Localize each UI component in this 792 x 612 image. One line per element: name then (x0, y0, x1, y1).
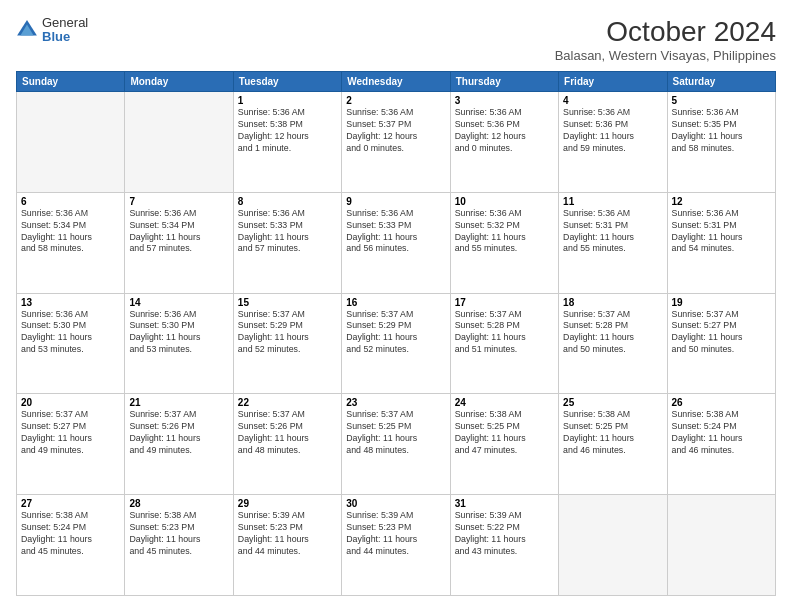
day-info: Sunrise: 5:38 AM Sunset: 5:25 PM Dayligh… (455, 409, 554, 457)
calendar-cell: 25Sunrise: 5:38 AM Sunset: 5:25 PM Dayli… (559, 394, 667, 495)
day-info: Sunrise: 5:38 AM Sunset: 5:23 PM Dayligh… (129, 510, 228, 558)
calendar-cell: 30Sunrise: 5:39 AM Sunset: 5:23 PM Dayli… (342, 495, 450, 596)
day-info: Sunrise: 5:37 AM Sunset: 5:25 PM Dayligh… (346, 409, 445, 457)
day-info: Sunrise: 5:36 AM Sunset: 5:32 PM Dayligh… (455, 208, 554, 256)
calendar-cell (559, 495, 667, 596)
calendar-week-row: 27Sunrise: 5:38 AM Sunset: 5:24 PM Dayli… (17, 495, 776, 596)
day-info: Sunrise: 5:37 AM Sunset: 5:28 PM Dayligh… (455, 309, 554, 357)
calendar-cell: 20Sunrise: 5:37 AM Sunset: 5:27 PM Dayli… (17, 394, 125, 495)
day-number: 7 (129, 196, 228, 207)
day-info: Sunrise: 5:38 AM Sunset: 5:25 PM Dayligh… (563, 409, 662, 457)
day-info: Sunrise: 5:37 AM Sunset: 5:26 PM Dayligh… (238, 409, 337, 457)
calendar-cell: 31Sunrise: 5:39 AM Sunset: 5:22 PM Dayli… (450, 495, 558, 596)
day-info: Sunrise: 5:39 AM Sunset: 5:23 PM Dayligh… (346, 510, 445, 558)
logo-icon (16, 19, 38, 41)
calendar-week-row: 13Sunrise: 5:36 AM Sunset: 5:30 PM Dayli… (17, 293, 776, 394)
calendar-cell: 8Sunrise: 5:36 AM Sunset: 5:33 PM Daylig… (233, 192, 341, 293)
day-info: Sunrise: 5:37 AM Sunset: 5:26 PM Dayligh… (129, 409, 228, 457)
day-info: Sunrise: 5:36 AM Sunset: 5:36 PM Dayligh… (455, 107, 554, 155)
day-info: Sunrise: 5:37 AM Sunset: 5:27 PM Dayligh… (21, 409, 120, 457)
day-info: Sunrise: 5:38 AM Sunset: 5:24 PM Dayligh… (21, 510, 120, 558)
calendar-cell: 7Sunrise: 5:36 AM Sunset: 5:34 PM Daylig… (125, 192, 233, 293)
day-number: 11 (563, 196, 662, 207)
weekday-header: Wednesday (342, 72, 450, 92)
day-info: Sunrise: 5:36 AM Sunset: 5:37 PM Dayligh… (346, 107, 445, 155)
calendar-cell: 1Sunrise: 5:36 AM Sunset: 5:38 PM Daylig… (233, 92, 341, 193)
day-number: 6 (21, 196, 120, 207)
calendar-cell: 9Sunrise: 5:36 AM Sunset: 5:33 PM Daylig… (342, 192, 450, 293)
calendar-cell: 24Sunrise: 5:38 AM Sunset: 5:25 PM Dayli… (450, 394, 558, 495)
calendar-cell: 19Sunrise: 5:37 AM Sunset: 5:27 PM Dayli… (667, 293, 775, 394)
weekday-row: SundayMondayTuesdayWednesdayThursdayFrid… (17, 72, 776, 92)
day-info: Sunrise: 5:36 AM Sunset: 5:38 PM Dayligh… (238, 107, 337, 155)
day-info: Sunrise: 5:36 AM Sunset: 5:30 PM Dayligh… (129, 309, 228, 357)
calendar-cell: 16Sunrise: 5:37 AM Sunset: 5:29 PM Dayli… (342, 293, 450, 394)
calendar-cell: 2Sunrise: 5:36 AM Sunset: 5:37 PM Daylig… (342, 92, 450, 193)
calendar-cell: 14Sunrise: 5:36 AM Sunset: 5:30 PM Dayli… (125, 293, 233, 394)
day-info: Sunrise: 5:36 AM Sunset: 5:34 PM Dayligh… (129, 208, 228, 256)
day-info: Sunrise: 5:36 AM Sunset: 5:33 PM Dayligh… (346, 208, 445, 256)
day-info: Sunrise: 5:36 AM Sunset: 5:34 PM Dayligh… (21, 208, 120, 256)
day-number: 21 (129, 397, 228, 408)
day-number: 1 (238, 95, 337, 106)
day-info: Sunrise: 5:36 AM Sunset: 5:31 PM Dayligh… (563, 208, 662, 256)
day-number: 5 (672, 95, 771, 106)
weekday-header: Sunday (17, 72, 125, 92)
day-number: 14 (129, 297, 228, 308)
day-info: Sunrise: 5:37 AM Sunset: 5:29 PM Dayligh… (238, 309, 337, 357)
day-number: 18 (563, 297, 662, 308)
weekday-header: Thursday (450, 72, 558, 92)
calendar-week-row: 20Sunrise: 5:37 AM Sunset: 5:27 PM Dayli… (17, 394, 776, 495)
calendar-week-row: 1Sunrise: 5:36 AM Sunset: 5:38 PM Daylig… (17, 92, 776, 193)
day-info: Sunrise: 5:37 AM Sunset: 5:27 PM Dayligh… (672, 309, 771, 357)
calendar-cell: 12Sunrise: 5:36 AM Sunset: 5:31 PM Dayli… (667, 192, 775, 293)
day-number: 23 (346, 397, 445, 408)
day-number: 25 (563, 397, 662, 408)
calendar-week-row: 6Sunrise: 5:36 AM Sunset: 5:34 PM Daylig… (17, 192, 776, 293)
day-number: 13 (21, 297, 120, 308)
day-info: Sunrise: 5:36 AM Sunset: 5:33 PM Dayligh… (238, 208, 337, 256)
day-number: 3 (455, 95, 554, 106)
day-info: Sunrise: 5:36 AM Sunset: 5:31 PM Dayligh… (672, 208, 771, 256)
day-number: 31 (455, 498, 554, 509)
logo-general: General (42, 16, 88, 30)
calendar-cell (125, 92, 233, 193)
day-info: Sunrise: 5:38 AM Sunset: 5:24 PM Dayligh… (672, 409, 771, 457)
day-info: Sunrise: 5:36 AM Sunset: 5:36 PM Dayligh… (563, 107, 662, 155)
logo: General Blue (16, 16, 88, 45)
day-info: Sunrise: 5:37 AM Sunset: 5:29 PM Dayligh… (346, 309, 445, 357)
calendar-cell: 18Sunrise: 5:37 AM Sunset: 5:28 PM Dayli… (559, 293, 667, 394)
month-title: October 2024 (555, 16, 776, 48)
day-number: 2 (346, 95, 445, 106)
calendar-cell: 23Sunrise: 5:37 AM Sunset: 5:25 PM Dayli… (342, 394, 450, 495)
calendar-cell: 15Sunrise: 5:37 AM Sunset: 5:29 PM Dayli… (233, 293, 341, 394)
day-number: 4 (563, 95, 662, 106)
calendar-cell: 4Sunrise: 5:36 AM Sunset: 5:36 PM Daylig… (559, 92, 667, 193)
weekday-header: Monday (125, 72, 233, 92)
day-number: 28 (129, 498, 228, 509)
calendar-cell: 27Sunrise: 5:38 AM Sunset: 5:24 PM Dayli… (17, 495, 125, 596)
day-number: 22 (238, 397, 337, 408)
calendar-cell: 10Sunrise: 5:36 AM Sunset: 5:32 PM Dayli… (450, 192, 558, 293)
day-info: Sunrise: 5:36 AM Sunset: 5:30 PM Dayligh… (21, 309, 120, 357)
day-number: 20 (21, 397, 120, 408)
day-number: 19 (672, 297, 771, 308)
logo-blue: Blue (42, 30, 88, 44)
day-number: 9 (346, 196, 445, 207)
calendar-cell: 3Sunrise: 5:36 AM Sunset: 5:36 PM Daylig… (450, 92, 558, 193)
day-number: 17 (455, 297, 554, 308)
location: Balasan, Western Visayas, Philippines (555, 48, 776, 63)
day-number: 8 (238, 196, 337, 207)
day-info: Sunrise: 5:37 AM Sunset: 5:28 PM Dayligh… (563, 309, 662, 357)
page: General Blue October 2024 Balasan, Weste… (0, 0, 792, 612)
day-number: 29 (238, 498, 337, 509)
calendar-cell: 22Sunrise: 5:37 AM Sunset: 5:26 PM Dayli… (233, 394, 341, 495)
weekday-header: Friday (559, 72, 667, 92)
logo-text: General Blue (42, 16, 88, 45)
calendar-cell: 17Sunrise: 5:37 AM Sunset: 5:28 PM Dayli… (450, 293, 558, 394)
day-number: 27 (21, 498, 120, 509)
calendar-cell: 11Sunrise: 5:36 AM Sunset: 5:31 PM Dayli… (559, 192, 667, 293)
day-number: 10 (455, 196, 554, 207)
day-number: 16 (346, 297, 445, 308)
weekday-header: Saturday (667, 72, 775, 92)
